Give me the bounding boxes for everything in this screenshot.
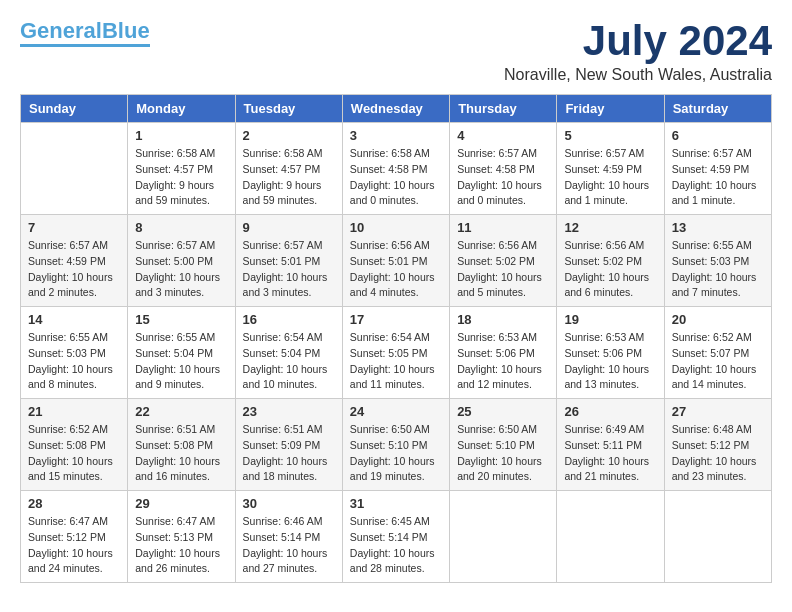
calendar-day-cell: 2Sunrise: 6:58 AMSunset: 4:57 PMDaylight…: [235, 123, 342, 215]
day-number: 5: [564, 128, 656, 143]
day-number: 6: [672, 128, 764, 143]
calendar-day-cell: 1Sunrise: 6:58 AMSunset: 4:57 PMDaylight…: [128, 123, 235, 215]
day-info: Sunrise: 6:47 AMSunset: 5:12 PMDaylight:…: [28, 514, 120, 577]
day-number: 18: [457, 312, 549, 327]
location: Noraville, New South Wales, Australia: [504, 66, 772, 84]
day-info: Sunrise: 6:58 AMSunset: 4:57 PMDaylight:…: [243, 146, 335, 209]
calendar-day-cell: 31Sunrise: 6:45 AMSunset: 5:14 PMDayligh…: [342, 491, 449, 583]
day-info: Sunrise: 6:56 AMSunset: 5:02 PMDaylight:…: [564, 238, 656, 301]
page-header: GeneralBlue July 2024 Noraville, New Sou…: [20, 20, 772, 84]
day-info: Sunrise: 6:57 AMSunset: 4:59 PMDaylight:…: [564, 146, 656, 209]
calendar-day-cell: 18Sunrise: 6:53 AMSunset: 5:06 PMDayligh…: [450, 307, 557, 399]
day-info: Sunrise: 6:52 AMSunset: 5:07 PMDaylight:…: [672, 330, 764, 393]
weekday-header-cell: Wednesday: [342, 95, 449, 123]
day-info: Sunrise: 6:50 AMSunset: 5:10 PMDaylight:…: [350, 422, 442, 485]
calendar-day-cell: 13Sunrise: 6:55 AMSunset: 5:03 PMDayligh…: [664, 215, 771, 307]
calendar-week-row: 1Sunrise: 6:58 AMSunset: 4:57 PMDaylight…: [21, 123, 772, 215]
day-number: 27: [672, 404, 764, 419]
calendar-day-cell: 24Sunrise: 6:50 AMSunset: 5:10 PMDayligh…: [342, 399, 449, 491]
calendar-day-cell: 27Sunrise: 6:48 AMSunset: 5:12 PMDayligh…: [664, 399, 771, 491]
calendar-day-cell: [21, 123, 128, 215]
calendar-day-cell: 10Sunrise: 6:56 AMSunset: 5:01 PMDayligh…: [342, 215, 449, 307]
day-number: 9: [243, 220, 335, 235]
calendar-day-cell: 4Sunrise: 6:57 AMSunset: 4:58 PMDaylight…: [450, 123, 557, 215]
calendar-week-row: 14Sunrise: 6:55 AMSunset: 5:03 PMDayligh…: [21, 307, 772, 399]
day-info: Sunrise: 6:46 AMSunset: 5:14 PMDaylight:…: [243, 514, 335, 577]
calendar-day-cell: 7Sunrise: 6:57 AMSunset: 4:59 PMDaylight…: [21, 215, 128, 307]
day-number: 30: [243, 496, 335, 511]
day-info: Sunrise: 6:52 AMSunset: 5:08 PMDaylight:…: [28, 422, 120, 485]
logo-text: GeneralBlue: [20, 20, 150, 42]
calendar-day-cell: 23Sunrise: 6:51 AMSunset: 5:09 PMDayligh…: [235, 399, 342, 491]
day-number: 3: [350, 128, 442, 143]
day-number: 2: [243, 128, 335, 143]
logo: GeneralBlue: [20, 20, 150, 47]
month-title: July 2024: [504, 20, 772, 62]
day-number: 22: [135, 404, 227, 419]
calendar-week-row: 7Sunrise: 6:57 AMSunset: 4:59 PMDaylight…: [21, 215, 772, 307]
day-number: 1: [135, 128, 227, 143]
day-info: Sunrise: 6:55 AMSunset: 5:03 PMDaylight:…: [672, 238, 764, 301]
calendar-day-cell: 20Sunrise: 6:52 AMSunset: 5:07 PMDayligh…: [664, 307, 771, 399]
calendar-table: SundayMondayTuesdayWednesdayThursdayFrid…: [20, 94, 772, 583]
weekday-header-cell: Tuesday: [235, 95, 342, 123]
day-number: 17: [350, 312, 442, 327]
calendar-day-cell: 26Sunrise: 6:49 AMSunset: 5:11 PMDayligh…: [557, 399, 664, 491]
calendar-day-cell: [450, 491, 557, 583]
day-info: Sunrise: 6:56 AMSunset: 5:02 PMDaylight:…: [457, 238, 549, 301]
day-info: Sunrise: 6:53 AMSunset: 5:06 PMDaylight:…: [564, 330, 656, 393]
day-number: 29: [135, 496, 227, 511]
calendar-day-cell: 5Sunrise: 6:57 AMSunset: 4:59 PMDaylight…: [557, 123, 664, 215]
day-number: 28: [28, 496, 120, 511]
day-info: Sunrise: 6:56 AMSunset: 5:01 PMDaylight:…: [350, 238, 442, 301]
day-info: Sunrise: 6:47 AMSunset: 5:13 PMDaylight:…: [135, 514, 227, 577]
day-info: Sunrise: 6:57 AMSunset: 5:00 PMDaylight:…: [135, 238, 227, 301]
day-info: Sunrise: 6:58 AMSunset: 4:57 PMDaylight:…: [135, 146, 227, 209]
weekday-header-cell: Sunday: [21, 95, 128, 123]
calendar-day-cell: 8Sunrise: 6:57 AMSunset: 5:00 PMDaylight…: [128, 215, 235, 307]
day-info: Sunrise: 6:55 AMSunset: 5:04 PMDaylight:…: [135, 330, 227, 393]
day-number: 21: [28, 404, 120, 419]
day-number: 25: [457, 404, 549, 419]
calendar-day-cell: 30Sunrise: 6:46 AMSunset: 5:14 PMDayligh…: [235, 491, 342, 583]
day-info: Sunrise: 6:48 AMSunset: 5:12 PMDaylight:…: [672, 422, 764, 485]
day-number: 14: [28, 312, 120, 327]
day-number: 20: [672, 312, 764, 327]
weekday-header-cell: Thursday: [450, 95, 557, 123]
day-info: Sunrise: 6:57 AMSunset: 4:59 PMDaylight:…: [672, 146, 764, 209]
day-info: Sunrise: 6:57 AMSunset: 5:01 PMDaylight:…: [243, 238, 335, 301]
day-number: 19: [564, 312, 656, 327]
calendar-day-cell: 21Sunrise: 6:52 AMSunset: 5:08 PMDayligh…: [21, 399, 128, 491]
calendar-week-row: 21Sunrise: 6:52 AMSunset: 5:08 PMDayligh…: [21, 399, 772, 491]
day-number: 7: [28, 220, 120, 235]
day-number: 23: [243, 404, 335, 419]
calendar-day-cell: 9Sunrise: 6:57 AMSunset: 5:01 PMDaylight…: [235, 215, 342, 307]
weekday-header-cell: Saturday: [664, 95, 771, 123]
calendar-day-cell: 6Sunrise: 6:57 AMSunset: 4:59 PMDaylight…: [664, 123, 771, 215]
calendar-day-cell: [557, 491, 664, 583]
calendar-day-cell: 11Sunrise: 6:56 AMSunset: 5:02 PMDayligh…: [450, 215, 557, 307]
title-block: July 2024 Noraville, New South Wales, Au…: [504, 20, 772, 84]
calendar-day-cell: 15Sunrise: 6:55 AMSunset: 5:04 PMDayligh…: [128, 307, 235, 399]
day-info: Sunrise: 6:55 AMSunset: 5:03 PMDaylight:…: [28, 330, 120, 393]
day-number: 13: [672, 220, 764, 235]
day-info: Sunrise: 6:51 AMSunset: 5:09 PMDaylight:…: [243, 422, 335, 485]
calendar-day-cell: 3Sunrise: 6:58 AMSunset: 4:58 PMDaylight…: [342, 123, 449, 215]
calendar-day-cell: 22Sunrise: 6:51 AMSunset: 5:08 PMDayligh…: [128, 399, 235, 491]
calendar-body: 1Sunrise: 6:58 AMSunset: 4:57 PMDaylight…: [21, 123, 772, 583]
calendar-day-cell: 16Sunrise: 6:54 AMSunset: 5:04 PMDayligh…: [235, 307, 342, 399]
day-info: Sunrise: 6:53 AMSunset: 5:06 PMDaylight:…: [457, 330, 549, 393]
calendar-header-row: SundayMondayTuesdayWednesdayThursdayFrid…: [21, 95, 772, 123]
calendar-day-cell: [664, 491, 771, 583]
logo-general: General: [20, 18, 102, 43]
calendar-day-cell: 25Sunrise: 6:50 AMSunset: 5:10 PMDayligh…: [450, 399, 557, 491]
day-number: 26: [564, 404, 656, 419]
day-info: Sunrise: 6:45 AMSunset: 5:14 PMDaylight:…: [350, 514, 442, 577]
day-number: 4: [457, 128, 549, 143]
day-info: Sunrise: 6:58 AMSunset: 4:58 PMDaylight:…: [350, 146, 442, 209]
day-info: Sunrise: 6:54 AMSunset: 5:04 PMDaylight:…: [243, 330, 335, 393]
day-info: Sunrise: 6:57 AMSunset: 4:58 PMDaylight:…: [457, 146, 549, 209]
day-number: 31: [350, 496, 442, 511]
day-number: 15: [135, 312, 227, 327]
logo-blue: Blue: [102, 18, 150, 43]
